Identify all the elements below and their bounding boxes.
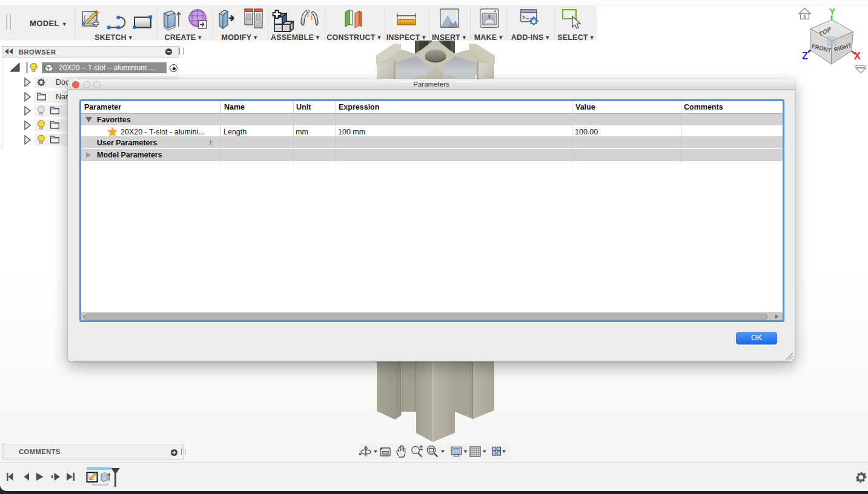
svg-text:Z: Z [802, 51, 808, 61]
svg-text:X: X [854, 51, 861, 61]
svg-text:Y: Y [829, 6, 835, 16]
